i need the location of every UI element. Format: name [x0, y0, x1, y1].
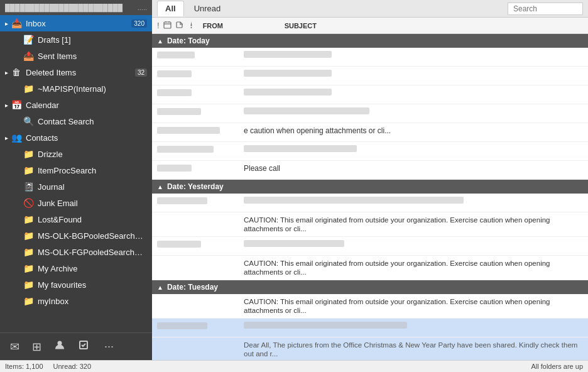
sidebar-item-sent[interactable]: 📤Sent Items	[0, 48, 152, 64]
group-arrow-tuesday: ▲	[157, 284, 163, 291]
email-row-9[interactable]: CAUTION: This email originated from outs…	[152, 212, 588, 237]
badge-deleted: 32	[135, 68, 147, 77]
tab-all[interactable]: All	[157, 1, 184, 16]
subject-col-7: Please call	[244, 164, 583, 173]
email-row-12[interactable]: CAUTION: This email originated from outs…	[152, 294, 588, 319]
subject-col-12: CAUTION: This email originated from outs…	[244, 297, 583, 315]
svg-marker-6	[190, 21, 192, 26]
icon-calendar: 📅	[11, 99, 22, 111]
from-blurred-2	[157, 70, 192, 77]
contacts-nav-button[interactable]	[49, 337, 70, 356]
email-row-7[interactable]: Please call	[152, 161, 588, 180]
sidebar-item-itemprocsearch[interactable]: 📁ItemProcSearch	[0, 162, 152, 178]
from-col-5	[157, 126, 239, 136]
from-blurred-8	[157, 197, 207, 204]
more-nav-button[interactable]: ···	[99, 337, 119, 356]
label-lostandfound: Lost&Found	[38, 215, 147, 224]
flag-col-icon: !	[157, 21, 160, 31]
label-journal: Journal	[38, 182, 147, 192]
icon-myfavourites: 📁	[23, 279, 34, 290]
icon-lostandfound: 📁	[23, 214, 34, 225]
subject-col-4	[244, 107, 583, 116]
badge-inbox: 320	[131, 19, 147, 28]
group-label-yesterday: Date: Yesterday	[167, 182, 224, 191]
tab-unread[interactable]: Unread	[187, 1, 229, 16]
date-group-yesterday[interactable]: ▲Date: Yesterday	[152, 180, 588, 194]
date-group-tuesday[interactable]: ▲Date: Tuesday	[152, 280, 588, 294]
icon-ms-bg: 📁	[23, 230, 34, 241]
sidebar-item-myinbox[interactable]: 📁myInbox	[0, 293, 152, 309]
email-row-13[interactable]	[152, 319, 588, 337]
expand-arrow-calendar: ▸	[5, 102, 8, 109]
from-col-13	[157, 322, 239, 331]
tasks-nav-button[interactable]	[73, 337, 94, 356]
email-row-3[interactable]	[152, 85, 588, 104]
subject-col-13	[244, 322, 583, 331]
sidebar-item-drizzle[interactable]: 📁Drizzle	[0, 146, 152, 162]
label-sent: Sent Items	[38, 52, 147, 61]
from-blurred-7	[157, 165, 192, 172]
from-col-2	[157, 70, 239, 79]
email-row-11[interactable]: CAUTION: This email originated from outs…	[152, 256, 588, 280]
bottom-nav: ✉ ⊞ ···	[0, 332, 152, 360]
sidebar-item-journal[interactable]: 📓Journal	[0, 178, 152, 195]
sidebar-item-ms-bg[interactable]: 📁MS-OLK-BGPooledSearchFold...	[0, 227, 152, 244]
icon-drizzle: 📁	[23, 148, 34, 160]
subject-col-11: CAUTION: This email originated from outs…	[244, 259, 583, 276]
email-row-2[interactable]	[152, 67, 588, 85]
calendar-col-icon	[163, 21, 172, 31]
subject-blurred-1	[244, 51, 332, 58]
sidebar-item-junk[interactable]: 🚫Junk Email	[0, 195, 152, 211]
group-arrow-today: ▲	[157, 38, 163, 45]
label-calendar: Calendar	[26, 101, 147, 110]
email-row-14[interactable]: Dear All, The pictures from the Office C…	[152, 337, 588, 360]
sidebar-header: ████████████████████████ .....	[0, 0, 152, 15]
email-row-4[interactable]	[152, 104, 588, 123]
subject-col-1	[244, 51, 583, 60]
column-headers: ! FROM SUBJECT	[152, 18, 588, 34]
email-list: ▲Date: Today e caution when opening atta…	[152, 34, 588, 360]
subject-text-5: e caution when opening attachments or cl…	[244, 126, 391, 135]
calendar-nav-button[interactable]: ⊞	[27, 337, 46, 356]
status-bar: Items: 1,100 Unread: 320 All folders are…	[0, 360, 588, 372]
sidebar-item-myarchive[interactable]: 📁My Archive	[0, 260, 152, 276]
icon-group: !	[157, 21, 195, 31]
sidebar-item-myfavourites[interactable]: 📁My favourites	[0, 276, 152, 293]
from-col-7	[157, 164, 239, 173]
label-junk: Junk Email	[38, 199, 147, 208]
mail-nav-button[interactable]: ✉	[5, 337, 24, 356]
sidebar-item-mapisp[interactable]: 📁~MAPISP(Internal)	[0, 80, 152, 97]
subject-blurred-8	[244, 197, 464, 204]
sync-status: All folders are up	[531, 363, 583, 370]
sidebar-item-contact-search[interactable]: 🔍Contact Search	[0, 113, 152, 129]
account-name: ████████████████████████	[5, 4, 122, 11]
subject-caution-11: CAUTION: This email originated from outs…	[244, 260, 550, 276]
email-row-8[interactable]	[152, 194, 588, 212]
sidebar-item-inbox[interactable]: ▸📥Inbox320	[0, 15, 152, 31]
sidebar-item-ms-fg[interactable]: 📁MS-OLK-FGPooledSearchFold...	[0, 244, 152, 260]
expand-arrow-deleted: ▸	[5, 69, 8, 76]
sidebar-collapse-icon[interactable]: .....	[138, 4, 147, 11]
subject-blurred-4	[244, 107, 369, 114]
email-row-1[interactable]	[152, 48, 588, 67]
group-label-tuesday: Date: Tuesday	[167, 283, 218, 292]
search-input[interactable]	[508, 3, 583, 15]
email-row-6[interactable]	[152, 142, 588, 161]
sidebar-item-drafts[interactable]: 📝Drafts [1]	[0, 31, 152, 48]
sidebar-item-deleted[interactable]: ▸🗑Deleted Items32	[0, 64, 152, 80]
subject-blurred-13	[244, 322, 407, 329]
sidebar-item-contacts[interactable]: ▸👥Contacts	[0, 129, 152, 146]
sidebar-item-calendar[interactable]: ▸📅Calendar	[0, 97, 152, 113]
from-col-4	[157, 107, 239, 117]
date-group-today[interactable]: ▲Date: Today	[152, 34, 588, 48]
subject-col-8	[244, 197, 583, 205]
group-arrow-yesterday: ▲	[157, 183, 163, 190]
from-column-header: FROM	[203, 22, 285, 30]
from-blurred-10	[157, 241, 201, 248]
sidebar-item-lostandfound[interactable]: 📁Lost&Found	[0, 211, 152, 227]
email-row-10[interactable]	[152, 237, 588, 256]
label-myarchive: My Archive	[38, 264, 147, 273]
expand-arrow-inbox: ▸	[5, 20, 8, 27]
email-row-5[interactable]: e caution when opening attachments or cl…	[152, 123, 588, 142]
from-col-12	[157, 297, 239, 298]
